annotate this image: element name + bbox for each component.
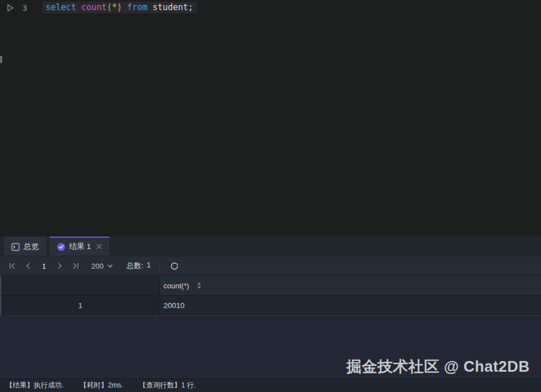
current-page-indicator[interactable]: 1 [36,262,52,270]
editor-line: 3 select count(*) from student; [0,0,541,14]
success-check-icon [57,243,65,251]
row-number-cell: 1 [0,296,160,315]
status-row-count: 【查询行数】1 行. [139,381,196,390]
first-page-button[interactable] [5,259,20,273]
tab-overview[interactable]: 总览 [4,237,46,256]
tab-result-label: 结果 1 [69,242,91,252]
last-page-icon [72,262,79,270]
chevron-right-icon [56,262,64,270]
refresh-button[interactable] [167,259,182,273]
total-label: 总数: [127,261,144,271]
page-size-value: 200 [91,262,104,270]
toolbar-divider [159,260,159,271]
column-header-count[interactable]: count(*) [160,276,541,295]
grid-header-row: count(*) [0,276,541,296]
prev-page-button[interactable] [20,259,36,273]
results-tabbar: 总览 结果 1 [0,237,541,256]
run-query-button[interactable] [5,3,15,13]
close-tab-button[interactable] [96,244,102,250]
refresh-icon [170,261,179,271]
tab-overview-label: 总览 [24,242,39,252]
status-result: 【结果】执行成功. [6,381,64,390]
chevron-down-icon [107,263,113,269]
terminal-icon [11,243,20,251]
close-icon [96,244,102,250]
chat2db-window: 3 select count(*) from student; 总览 结果 1 [0,0,541,392]
line-number: 3 [15,3,34,12]
tab-result-1[interactable]: 结果 1 [50,237,109,256]
table-row[interactable]: 1 20010 [0,296,541,316]
total-count: 总数: 1 [127,261,151,271]
next-page-button[interactable] [52,259,68,273]
sort-button[interactable] [197,282,202,289]
execution-status-bar: 【结果】执行成功. 【耗时】2ms. 【查询行数】1 行. [0,378,541,392]
count-value-cell[interactable]: 20010 [160,296,541,315]
first-page-icon [8,262,16,270]
last-page-button[interactable] [68,259,83,273]
sort-carets-icon [197,282,202,289]
sql-editor[interactable]: 3 select count(*) from student; [0,0,541,237]
row-number-header-cell [0,276,160,295]
page-size-select[interactable]: 200 [91,262,113,270]
chevron-left-icon [24,262,32,270]
sidebar-drag-handle[interactable] [0,56,2,63]
status-elapsed: 【耗时】2ms. [79,381,123,390]
total-value: 1 [147,261,150,271]
column-header-label: count(*) [163,282,189,290]
result-toolbar: 1 200 总数: 1 [0,256,541,276]
play-icon [5,3,15,13]
watermark: 掘金技术社区 @ Chat2DB [347,357,530,377]
sql-code[interactable]: select count(*) from student; [42,2,197,14]
